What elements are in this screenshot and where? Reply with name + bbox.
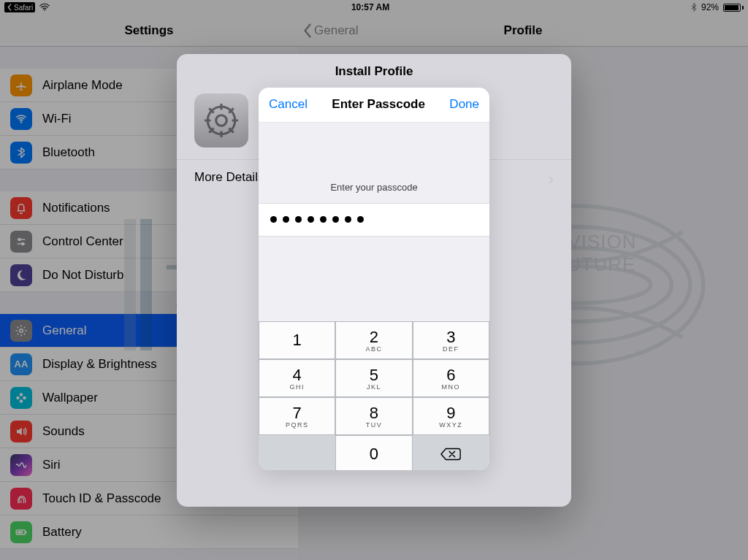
key-letters: MNO [442, 383, 461, 391]
chevron-right-icon: › [549, 170, 554, 189]
key-digit: 0 [370, 445, 378, 464]
keypad-7[interactable]: 7PQRS [259, 397, 335, 435]
passcode-dot [332, 216, 339, 223]
key-digit: 3 [446, 328, 455, 347]
keypad-delete[interactable] [413, 435, 489, 470]
keypad-0[interactable]: 0 [335, 435, 412, 470]
key-letters: JKL [367, 383, 381, 391]
enter-passcode-sheet: Cancel Enter Passcode Done Enter your pa… [259, 88, 489, 470]
keypad-2[interactable]: 2ABC [335, 321, 412, 359]
passcode-dot [295, 216, 302, 223]
key-digit: 6 [446, 366, 455, 385]
keypad-5[interactable]: 5JKL [335, 359, 412, 397]
svg-point-18 [216, 115, 227, 126]
key-letters: GHI [289, 383, 305, 391]
key-letters: WXYZ [439, 421, 462, 429]
backspace-icon [440, 447, 462, 461]
key-letters: PQRS [286, 421, 309, 429]
passcode-dot [270, 216, 277, 223]
key-digit: 8 [370, 404, 378, 423]
keypad-blank [259, 435, 335, 470]
gear-icon [203, 102, 240, 139]
key-digit: 1 [293, 331, 302, 350]
key-digit: 2 [370, 328, 378, 347]
key-digit: 4 [293, 366, 302, 385]
key-letters: TUV [366, 421, 383, 429]
done-button[interactable]: Done [449, 97, 479, 112]
passcode-dot [283, 216, 289, 223]
keypad-9[interactable]: 9WXYZ [413, 397, 489, 435]
passcode-field[interactable] [259, 203, 489, 237]
key-digit: 9 [446, 404, 455, 423]
keypad-4[interactable]: 4GHI [259, 359, 335, 397]
keypad-6[interactable]: 6MNO [413, 359, 489, 397]
keypad-8[interactable]: 8TUV [335, 397, 412, 435]
profile-gear-icon [194, 93, 248, 147]
more-details-label: More Details [194, 170, 264, 184]
passcode-dot [345, 216, 351, 223]
numeric-keypad: 12ABC3DEF4GHI5JKL6MNO7PQRS8TUV9WXYZ0 [259, 321, 489, 470]
key-digit: 7 [293, 404, 302, 423]
cancel-button[interactable]: Cancel [269, 97, 308, 112]
install-profile-modal: Install Profile Signed by Description Co… [177, 54, 571, 507]
passcode-title: Enter Passcode [332, 97, 425, 112]
key-digit: 5 [370, 366, 378, 385]
keypad-1[interactable]: 1 [259, 321, 335, 359]
passcode-dot [357, 216, 364, 223]
key-letters: DEF [443, 345, 459, 353]
modal-title: Install Profile [177, 54, 571, 89]
passcode-prompt: Enter your passcode [330, 182, 417, 193]
modal-overlay: Install Profile Signed by Description Co… [0, 0, 748, 560]
keypad-3[interactable]: 3DEF [413, 321, 489, 359]
passcode-dot [320, 216, 327, 223]
passcode-dot [308, 216, 314, 223]
key-letters: ABC [365, 345, 382, 353]
